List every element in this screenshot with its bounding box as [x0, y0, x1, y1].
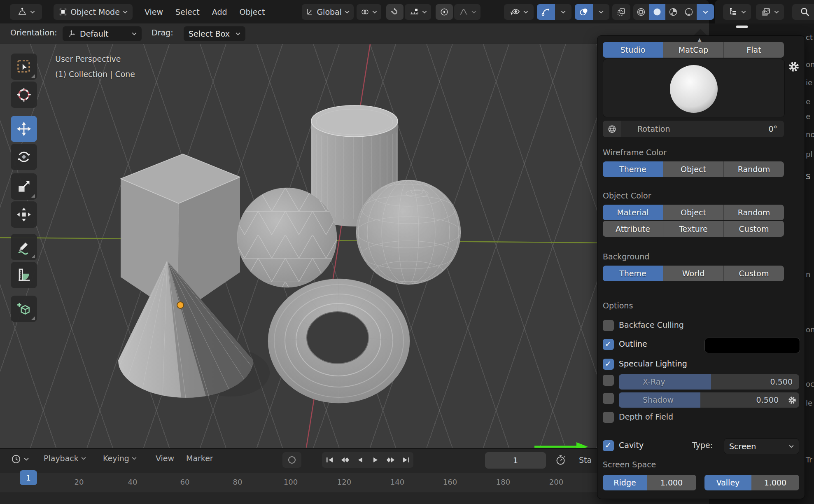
proportional-editing-button[interactable] [436, 4, 453, 20]
object-visibility-dropdown[interactable] [504, 4, 534, 20]
jump-prev-keyframe-button[interactable] [337, 452, 352, 468]
shadow-checkbox[interactable] [603, 393, 614, 404]
xray-checkbox[interactable] [603, 375, 614, 386]
tool-scale[interactable] [11, 173, 37, 200]
jump-to-end-button[interactable] [398, 452, 413, 468]
menu-view[interactable]: View [138, 7, 169, 16]
timeline-editor-type-button[interactable] [11, 454, 29, 464]
drag-mode-dropdown[interactable]: Select Box [184, 26, 245, 41]
wireframe-color-theme[interactable]: Theme [603, 161, 663, 177]
outline-checkbox[interactable] [603, 339, 614, 350]
tool-rotate[interactable] [11, 144, 37, 170]
orientation-label: Orientation: [10, 28, 57, 37]
background-world[interactable]: World [663, 266, 724, 281]
outliner-editor-type-button[interactable] [723, 4, 751, 20]
cavity-valley-slider[interactable]: Valley 1.000 [704, 475, 799, 490]
tab-matcap[interactable]: MatCap [663, 42, 724, 58]
torus-object[interactable] [268, 279, 410, 403]
properties-text-fragment: n [806, 270, 810, 279]
show-overlays-button[interactable] [575, 4, 593, 20]
studiolight-sphere [670, 65, 718, 113]
timeline-menu-marker[interactable]: Marker [186, 454, 213, 463]
jump-next-keyframe-button[interactable] [383, 452, 398, 468]
shadow-settings-button[interactable] [785, 392, 799, 408]
menu-add[interactable]: Add [206, 7, 233, 16]
studiolight-settings-button[interactable] [788, 61, 800, 73]
proportional-falloff-dropdown[interactable] [454, 4, 480, 20]
auto-keying-button[interactable] [282, 452, 301, 468]
shadow-slider[interactable]: Shadow 0.500 [619, 392, 785, 408]
outline-color-swatch[interactable] [704, 338, 800, 353]
properties-text-fragment: e [806, 97, 810, 106]
timeline-menu-view[interactable]: View [156, 454, 174, 463]
gizmo-options-dropdown[interactable] [555, 4, 571, 20]
tab-studio[interactable]: Studio [603, 42, 663, 58]
transform-orientation-dropdown[interactable]: Global [302, 4, 354, 20]
xray-slider[interactable]: X-Ray 0.500 [619, 374, 799, 390]
current-frame-indicator[interactable]: 1 [20, 470, 37, 485]
tool-move[interactable] [11, 116, 37, 142]
properties-text-fragment: on [806, 60, 814, 69]
cavity-type-dropdown[interactable]: Screen [724, 439, 799, 454]
tool-3d-cursor[interactable] [11, 82, 37, 108]
studiolight-preview[interactable] [603, 59, 785, 117]
tool-measure[interactable] [11, 262, 37, 288]
shading-wireframe-button[interactable] [633, 4, 649, 20]
depth-of-field-checkbox[interactable] [603, 412, 614, 423]
chevron-down-icon [599, 10, 604, 14]
overlays-options-dropdown[interactable] [593, 4, 609, 20]
wireframe-color-object[interactable]: Object [663, 161, 724, 177]
background-theme[interactable]: Theme [603, 266, 663, 281]
object-color-texture[interactable]: Texture [663, 221, 724, 237]
editor-type-button[interactable] [10, 4, 42, 20]
shading-options-dropdown[interactable] [697, 4, 714, 20]
world-space-toggle[interactable] [603, 121, 621, 137]
current-frame-field[interactable]: 1 [485, 452, 546, 469]
jump-to-start-button[interactable] [322, 452, 337, 468]
pivot-point-dropdown[interactable] [357, 4, 381, 20]
play-button[interactable] [368, 452, 383, 468]
play-reverse-button[interactable] [352, 452, 368, 468]
tool-transform[interactable] [11, 201, 37, 228]
chevron-down-icon [345, 10, 350, 14]
wireframe-color-random[interactable]: Random [724, 161, 784, 177]
menu-select[interactable]: Select [169, 7, 206, 16]
show-gizmo-button[interactable] [537, 4, 555, 20]
cavity-ridge-slider[interactable]: Ridge 1.000 [603, 475, 696, 490]
shading-solid-button[interactable] [649, 4, 665, 20]
object-color-attribute[interactable]: Attribute [603, 221, 663, 237]
ruler-tick: 100 [278, 478, 303, 486]
uv-sphere-object[interactable] [356, 180, 461, 285]
chevron-down-icon [523, 10, 528, 14]
global-axes-icon [306, 7, 314, 16]
shading-rendered-button[interactable] [681, 4, 697, 20]
icosphere-object[interactable] [237, 188, 337, 287]
timeline-menu-playback[interactable]: Playback [44, 454, 86, 463]
background-custom[interactable]: Custom [724, 266, 784, 281]
snap-with-dropdown[interactable] [405, 4, 431, 20]
toggle-xray-button[interactable] [612, 4, 630, 20]
mode-dropdown[interactable]: Object Mode [54, 4, 133, 20]
snap-toggle-button[interactable] [386, 4, 404, 20]
rotation-slider[interactable]: Rotation 0° [621, 121, 784, 137]
shading-material-preview-button[interactable] [665, 4, 681, 20]
object-color-object[interactable]: Object [663, 205, 724, 220]
outliner-search-button[interactable] [792, 4, 814, 20]
tab-flat[interactable]: Flat [724, 42, 784, 58]
tool-select-box[interactable] [11, 54, 37, 80]
menu-object[interactable]: Object [233, 7, 271, 16]
object-color-random[interactable]: Random [724, 205, 784, 220]
tool-add-cube[interactable] [11, 296, 37, 322]
timeline-menu-keying[interactable]: Keying [103, 454, 137, 463]
orientation-dropdown[interactable]: Default [63, 26, 142, 41]
backface-culling-checkbox[interactable] [603, 320, 614, 331]
stopwatch-icon[interactable] [555, 455, 566, 466]
outliner-display-mode-dropdown[interactable] [756, 4, 784, 20]
specular-lighting-checkbox[interactable] [603, 359, 614, 370]
object-color-custom[interactable]: Custom [724, 221, 784, 237]
object-color-material[interactable]: Material [603, 205, 663, 220]
tool-annotate[interactable] [11, 234, 37, 260]
rotate-icon [16, 149, 32, 165]
cavity-checkbox[interactable] [603, 440, 614, 451]
properties-text-fragment: ct [806, 33, 813, 42]
